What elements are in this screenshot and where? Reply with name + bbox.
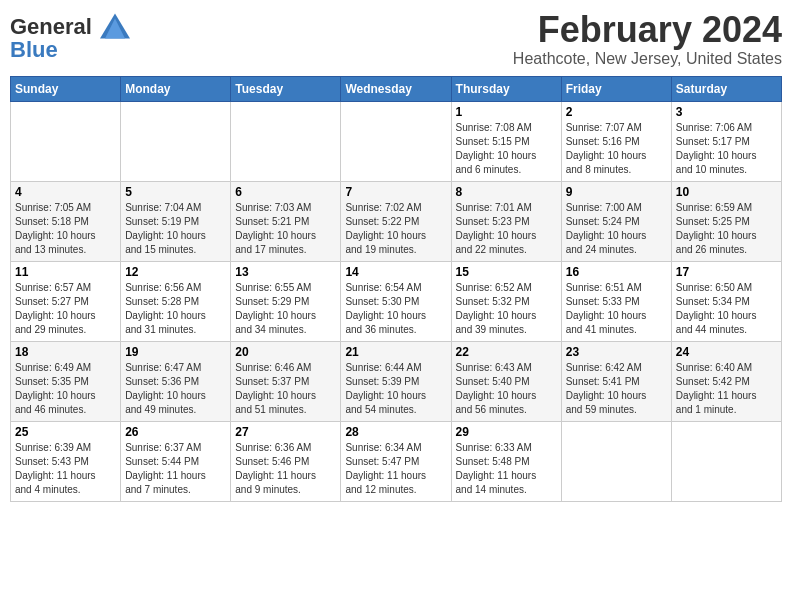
day-number: 5 — [125, 185, 226, 199]
day-number: 16 — [566, 265, 667, 279]
weekday-header-thursday: Thursday — [451, 76, 561, 101]
day-number: 25 — [15, 425, 116, 439]
calendar-week-row: 18Sunrise: 6:49 AMSunset: 5:35 PMDayligh… — [11, 341, 782, 421]
page-header: General Blue February 2024 Heathcote, Ne… — [10, 10, 782, 68]
day-info: Sunrise: 6:59 AMSunset: 5:25 PMDaylight:… — [676, 201, 777, 257]
day-number: 24 — [676, 345, 777, 359]
day-info: Sunrise: 6:55 AMSunset: 5:29 PMDaylight:… — [235, 281, 336, 337]
calendar-subtitle: Heathcote, New Jersey, United States — [513, 50, 782, 68]
day-info: Sunrise: 6:40 AMSunset: 5:42 PMDaylight:… — [676, 361, 777, 417]
day-number: 8 — [456, 185, 557, 199]
day-info: Sunrise: 6:49 AMSunset: 5:35 PMDaylight:… — [15, 361, 116, 417]
calendar-table: SundayMondayTuesdayWednesdayThursdayFrid… — [10, 76, 782, 502]
calendar-cell: 28Sunrise: 6:34 AMSunset: 5:47 PMDayligh… — [341, 421, 451, 501]
day-number: 20 — [235, 345, 336, 359]
calendar-cell: 11Sunrise: 6:57 AMSunset: 5:27 PMDayligh… — [11, 261, 121, 341]
day-info: Sunrise: 6:57 AMSunset: 5:27 PMDaylight:… — [15, 281, 116, 337]
day-number: 23 — [566, 345, 667, 359]
day-number: 4 — [15, 185, 116, 199]
calendar-cell: 24Sunrise: 6:40 AMSunset: 5:42 PMDayligh… — [671, 341, 781, 421]
calendar-cell: 14Sunrise: 6:54 AMSunset: 5:30 PMDayligh… — [341, 261, 451, 341]
day-info: Sunrise: 6:46 AMSunset: 5:37 PMDaylight:… — [235, 361, 336, 417]
day-number: 14 — [345, 265, 446, 279]
calendar-week-row: 25Sunrise: 6:39 AMSunset: 5:43 PMDayligh… — [11, 421, 782, 501]
weekday-header-tuesday: Tuesday — [231, 76, 341, 101]
calendar-title-area: February 2024 Heathcote, New Jersey, Uni… — [513, 10, 782, 68]
day-info: Sunrise: 7:02 AMSunset: 5:22 PMDaylight:… — [345, 201, 446, 257]
day-number: 27 — [235, 425, 336, 439]
day-number: 28 — [345, 425, 446, 439]
day-number: 21 — [345, 345, 446, 359]
day-info: Sunrise: 7:06 AMSunset: 5:17 PMDaylight:… — [676, 121, 777, 177]
weekday-header-friday: Friday — [561, 76, 671, 101]
day-info: Sunrise: 7:03 AMSunset: 5:21 PMDaylight:… — [235, 201, 336, 257]
day-info: Sunrise: 6:54 AMSunset: 5:30 PMDaylight:… — [345, 281, 446, 337]
day-info: Sunrise: 6:33 AMSunset: 5:48 PMDaylight:… — [456, 441, 557, 497]
day-number: 7 — [345, 185, 446, 199]
day-info: Sunrise: 6:39 AMSunset: 5:43 PMDaylight:… — [15, 441, 116, 497]
calendar-cell: 21Sunrise: 6:44 AMSunset: 5:39 PMDayligh… — [341, 341, 451, 421]
calendar-cell: 16Sunrise: 6:51 AMSunset: 5:33 PMDayligh… — [561, 261, 671, 341]
calendar-cell: 9Sunrise: 7:00 AMSunset: 5:24 PMDaylight… — [561, 181, 671, 261]
day-info: Sunrise: 7:05 AMSunset: 5:18 PMDaylight:… — [15, 201, 116, 257]
day-info: Sunrise: 6:34 AMSunset: 5:47 PMDaylight:… — [345, 441, 446, 497]
day-number: 6 — [235, 185, 336, 199]
day-info: Sunrise: 6:42 AMSunset: 5:41 PMDaylight:… — [566, 361, 667, 417]
day-number: 9 — [566, 185, 667, 199]
day-number: 29 — [456, 425, 557, 439]
day-info: Sunrise: 6:36 AMSunset: 5:46 PMDaylight:… — [235, 441, 336, 497]
weekday-header-sunday: Sunday — [11, 76, 121, 101]
calendar-cell: 22Sunrise: 6:43 AMSunset: 5:40 PMDayligh… — [451, 341, 561, 421]
day-info: Sunrise: 6:50 AMSunset: 5:34 PMDaylight:… — [676, 281, 777, 337]
day-info: Sunrise: 6:43 AMSunset: 5:40 PMDaylight:… — [456, 361, 557, 417]
calendar-cell: 4Sunrise: 7:05 AMSunset: 5:18 PMDaylight… — [11, 181, 121, 261]
calendar-cell — [341, 101, 451, 181]
calendar-cell: 6Sunrise: 7:03 AMSunset: 5:21 PMDaylight… — [231, 181, 341, 261]
weekday-header-row: SundayMondayTuesdayWednesdayThursdayFrid… — [11, 76, 782, 101]
day-number: 19 — [125, 345, 226, 359]
calendar-cell: 8Sunrise: 7:01 AMSunset: 5:23 PMDaylight… — [451, 181, 561, 261]
calendar-cell — [231, 101, 341, 181]
weekday-header-wednesday: Wednesday — [341, 76, 451, 101]
calendar-cell: 1Sunrise: 7:08 AMSunset: 5:15 PMDaylight… — [451, 101, 561, 181]
calendar-cell: 20Sunrise: 6:46 AMSunset: 5:37 PMDayligh… — [231, 341, 341, 421]
calendar-cell — [121, 101, 231, 181]
day-number: 15 — [456, 265, 557, 279]
calendar-cell: 2Sunrise: 7:07 AMSunset: 5:16 PMDaylight… — [561, 101, 671, 181]
day-info: Sunrise: 7:01 AMSunset: 5:23 PMDaylight:… — [456, 201, 557, 257]
day-number: 22 — [456, 345, 557, 359]
day-info: Sunrise: 6:56 AMSunset: 5:28 PMDaylight:… — [125, 281, 226, 337]
day-info: Sunrise: 6:52 AMSunset: 5:32 PMDaylight:… — [456, 281, 557, 337]
day-number: 1 — [456, 105, 557, 119]
calendar-body: 1Sunrise: 7:08 AMSunset: 5:15 PMDaylight… — [11, 101, 782, 501]
calendar-cell: 23Sunrise: 6:42 AMSunset: 5:41 PMDayligh… — [561, 341, 671, 421]
calendar-cell: 26Sunrise: 6:37 AMSunset: 5:44 PMDayligh… — [121, 421, 231, 501]
calendar-cell: 12Sunrise: 6:56 AMSunset: 5:28 PMDayligh… — [121, 261, 231, 341]
calendar-cell: 7Sunrise: 7:02 AMSunset: 5:22 PMDaylight… — [341, 181, 451, 261]
day-info: Sunrise: 6:51 AMSunset: 5:33 PMDaylight:… — [566, 281, 667, 337]
day-info: Sunrise: 6:37 AMSunset: 5:44 PMDaylight:… — [125, 441, 226, 497]
calendar-cell: 27Sunrise: 6:36 AMSunset: 5:46 PMDayligh… — [231, 421, 341, 501]
calendar-cell: 18Sunrise: 6:49 AMSunset: 5:35 PMDayligh… — [11, 341, 121, 421]
calendar-cell: 15Sunrise: 6:52 AMSunset: 5:32 PMDayligh… — [451, 261, 561, 341]
weekday-header-monday: Monday — [121, 76, 231, 101]
calendar-week-row: 11Sunrise: 6:57 AMSunset: 5:27 PMDayligh… — [11, 261, 782, 341]
day-info: Sunrise: 7:00 AMSunset: 5:24 PMDaylight:… — [566, 201, 667, 257]
day-info: Sunrise: 7:04 AMSunset: 5:19 PMDaylight:… — [125, 201, 226, 257]
calendar-cell: 3Sunrise: 7:06 AMSunset: 5:17 PMDaylight… — [671, 101, 781, 181]
calendar-main-title: February 2024 — [513, 10, 782, 50]
day-number: 11 — [15, 265, 116, 279]
day-info: Sunrise: 6:44 AMSunset: 5:39 PMDaylight:… — [345, 361, 446, 417]
day-info: Sunrise: 6:47 AMSunset: 5:36 PMDaylight:… — [125, 361, 226, 417]
day-number: 3 — [676, 105, 777, 119]
day-number: 2 — [566, 105, 667, 119]
logo: General Blue — [10, 10, 130, 63]
day-info: Sunrise: 7:08 AMSunset: 5:15 PMDaylight:… — [456, 121, 557, 177]
calendar-cell: 10Sunrise: 6:59 AMSunset: 5:25 PMDayligh… — [671, 181, 781, 261]
calendar-week-row: 1Sunrise: 7:08 AMSunset: 5:15 PMDaylight… — [11, 101, 782, 181]
calendar-week-row: 4Sunrise: 7:05 AMSunset: 5:18 PMDaylight… — [11, 181, 782, 261]
day-number: 12 — [125, 265, 226, 279]
calendar-cell: 5Sunrise: 7:04 AMSunset: 5:19 PMDaylight… — [121, 181, 231, 261]
weekday-header-saturday: Saturday — [671, 76, 781, 101]
calendar-cell: 29Sunrise: 6:33 AMSunset: 5:48 PMDayligh… — [451, 421, 561, 501]
